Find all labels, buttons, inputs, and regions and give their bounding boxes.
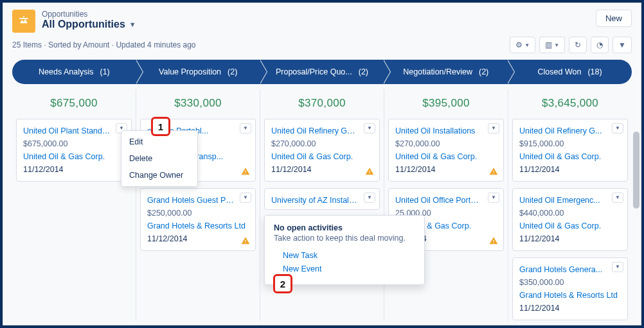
card-menu-button[interactable]: ▼ <box>612 193 623 203</box>
popover-title: No open activities <box>274 223 415 232</box>
opportunity-name-link[interactable]: United Oil Refinery Gene... <box>271 125 359 137</box>
callout-2: 2 <box>273 274 292 293</box>
account-name-link[interactable]: United Oil & Gas Corp. <box>23 150 125 163</box>
stage-negotiation-review[interactable]: Negotiation/Review(2) <box>384 60 508 84</box>
pie-chart-icon: ◔ <box>596 40 603 49</box>
opportunity-icon <box>12 10 35 33</box>
card-menu-button[interactable]: ▼ <box>240 123 251 134</box>
list-toolbar: ⚙ ▼ ▥ ▼ ↻ ◔ ▼ <box>510 37 632 53</box>
card-menu-button[interactable]: ▼ <box>240 193 251 203</box>
opportunity-card[interactable]: ▼ Grand Hotels Genera... $350,000.00 Gra… <box>512 257 628 320</box>
opportunity-card[interactable]: ▼ Grand Hotels Guest Port... $250,000.00… <box>140 188 256 251</box>
column-total: $395,000 <box>388 89 504 119</box>
card-menu-button[interactable]: ▼ <box>612 123 623 134</box>
list-view-switcher[interactable]: All Opportunities ▼ <box>42 19 589 30</box>
opportunity-card[interactable]: ▼ United Oil Emergenc... $440,000.00 Uni… <box>512 188 628 251</box>
chart-button[interactable]: ◔ <box>591 37 609 53</box>
opportunity-card[interactable]: ▼ United Oil Plant Standby... $675,000.0… <box>16 119 132 182</box>
close-date: 11/12/2014 <box>23 163 125 176</box>
account-name-link[interactable]: United Oil & Gas Corp. <box>271 150 373 163</box>
close-date: 11/12/2014 <box>519 302 621 315</box>
opportunity-name-link[interactable]: United Oil Refinery G... <box>519 125 607 137</box>
list-settings-button[interactable]: ⚙ ▼ <box>510 37 535 53</box>
kanban-board: Opportunities All Opportunities ▼ New 25… <box>3 3 641 325</box>
card-actions-menu: Edit Delete Change Owner <box>121 130 198 187</box>
chevron-down-icon: ▼ <box>129 21 136 28</box>
card-menu-button[interactable]: ▼ <box>488 193 499 203</box>
warning-icon[interactable] <box>489 236 498 245</box>
card-menu-button[interactable]: ▼ <box>612 262 623 272</box>
opportunity-amount: $270,000.00 <box>395 137 497 150</box>
account-name-link[interactable]: United Oil & Gas Corp. <box>519 220 621 232</box>
refresh-button[interactable]: ↻ <box>569 37 587 53</box>
column-total: $675,000 <box>16 89 132 119</box>
close-date: 11/12/2014 <box>271 163 373 176</box>
account-name-link[interactable]: Grand Hotels & Resorts Ltd <box>519 289 621 302</box>
opportunity-amount: $350,000.00 <box>519 276 621 289</box>
opportunity-amount: $250,000.00 <box>147 207 249 220</box>
popover-subtitle: Take action to keep this deal moving. <box>274 234 415 243</box>
account-name-link[interactable]: United Oil & Gas Corp. <box>519 150 621 163</box>
opportunity-name-link[interactable]: Grand Hotels Guest Port... <box>147 194 235 207</box>
column-negotiation-review: $395,000 ▼ United Oil Installations $270… <box>384 89 508 321</box>
opportunity-name-link[interactable]: United Oil Office Portabl... <box>395 194 483 207</box>
opportunity-amount: $270,000.00 <box>271 137 373 150</box>
account-name-link[interactable]: United Oil & Gas Corp. <box>395 150 497 163</box>
table-icon: ▥ <box>545 40 552 49</box>
stage-path: Needs Analysis(1) Value Proposition(2) P… <box>12 60 632 84</box>
gear-icon: ⚙ <box>515 40 523 49</box>
scrollbar-thumb[interactable] <box>633 132 640 209</box>
opportunity-card[interactable]: ▼ United Oil Installations $270,000.00 U… <box>388 119 504 182</box>
stage-closed-won[interactable]: Closed Won(18) <box>508 60 632 84</box>
card-menu-button[interactable]: ▼ <box>488 123 499 134</box>
stage-value-proposition[interactable]: Value Proposition(2) <box>136 60 260 84</box>
display-as-button[interactable]: ▥ ▼ <box>539 37 565 53</box>
account-name-link[interactable]: Grand Hotels & Resorts Ltd <box>147 220 249 232</box>
close-date: 11/12/2014 <box>147 232 249 245</box>
opportunity-amount: $675,000.00 <box>23 137 125 150</box>
card-menu-button[interactable]: ▼ <box>364 193 375 203</box>
kanban-columns: $675,000 ▼ United Oil Plant Standby... $… <box>3 84 641 321</box>
chevron-down-icon: ▼ <box>554 42 559 48</box>
card-menu-button[interactable]: ▼ <box>364 123 375 134</box>
close-date: 11/12/2014 <box>395 163 497 176</box>
new-event-link[interactable]: New Event <box>283 263 415 276</box>
stage-proposal-price-quote[interactable]: Proposal/Price Quo...(2) <box>260 60 384 84</box>
callout-1: 1 <box>151 117 170 136</box>
warning-icon[interactable] <box>241 236 250 245</box>
opportunity-card[interactable]: ▼ United Oil Refinery Gene... $270,000.0… <box>264 119 380 182</box>
opportunity-card[interactable]: ▼ University of AZ Installati... <box>264 188 380 210</box>
opportunity-amount: $440,000.00 <box>519 207 621 220</box>
menu-item-change-owner[interactable]: Change Owner <box>121 167 197 184</box>
list-status-text: 25 Items · Sorted by Amount · Updated 4 … <box>12 40 196 49</box>
column-total: $370,000 <box>264 89 380 119</box>
close-date: 11/12/2014 <box>519 163 621 176</box>
chevron-down-icon: ▼ <box>524 42 530 48</box>
menu-item-delete[interactable]: Delete <box>121 150 197 167</box>
filter-button[interactable]: ▼ <box>613 37 632 53</box>
column-total: $330,000 <box>140 89 256 119</box>
new-task-link[interactable]: New Task <box>283 249 415 263</box>
filter-icon: ▼ <box>618 40 626 49</box>
opportunity-name-link[interactable]: Grand Hotels Genera... <box>519 263 607 276</box>
object-label: Opportunities <box>42 10 589 19</box>
opportunity-name-link[interactable]: United Oil Plant Standby... <box>23 125 111 137</box>
column-needs-analysis: $675,000 ▼ United Oil Plant Standby... $… <box>12 89 136 321</box>
column-closed-won: $3,645,000 ▼ United Oil Refinery G... $9… <box>508 89 632 321</box>
close-date: 11/12/2014 <box>519 232 621 245</box>
new-button[interactable]: New <box>596 10 632 27</box>
list-view-name: All Opportunities <box>42 19 125 30</box>
opportunity-name-link[interactable]: United Oil Emergenc... <box>519 194 607 207</box>
column-total: $3,645,000 <box>512 89 628 119</box>
stage-needs-analysis[interactable]: Needs Analysis(1) <box>12 60 136 84</box>
opportunity-amount: $915,000.00 <box>519 137 621 150</box>
opportunity-name-link[interactable]: University of AZ Installati... <box>271 194 359 207</box>
opportunity-card[interactable]: ▼ United Oil Refinery G... $915,000.00 U… <box>512 119 628 182</box>
opportunity-name-link[interactable]: United Oil Installations <box>395 125 483 137</box>
refresh-icon: ↻ <box>575 40 581 49</box>
warning-icon[interactable] <box>241 167 250 176</box>
warning-icon[interactable] <box>365 167 374 176</box>
warning-icon[interactable] <box>489 167 498 176</box>
